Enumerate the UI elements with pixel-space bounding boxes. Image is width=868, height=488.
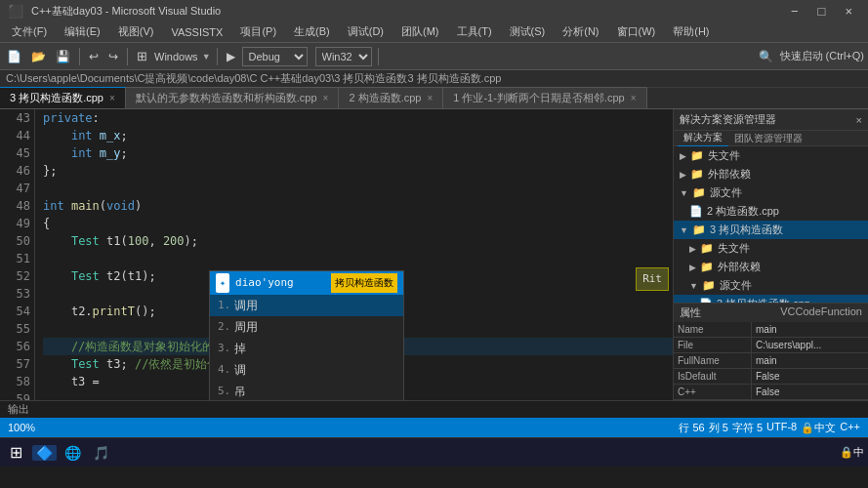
ac-item-1[interactable]: 2.周用 <box>210 316 403 338</box>
tree-icon-6: 📁 <box>700 261 714 273</box>
status-bar: 100% 行 56 列 5 字符 5 UTF-8 🔒中文 C++ <box>0 418 868 437</box>
tab-3[interactable]: 1 作业-1-判断两个日期是否相邻.cpp× <box>443 87 646 108</box>
title-text: C++基础day03 - Microsoft Visual Studio <box>31 4 221 19</box>
menu-item-5[interactable]: 生成(B) <box>286 22 338 41</box>
ac-label-3: 调 <box>234 361 246 379</box>
taskbar-vs-icon[interactable]: 🔷 <box>32 445 57 461</box>
ac-label-0: 调用 <box>234 297 258 314</box>
tab-team[interactable]: 团队资源管理器 <box>728 131 808 146</box>
platform-select[interactable]: Win32 x64 <box>315 47 372 66</box>
menu-item-4[interactable]: 项目(P) <box>232 22 284 41</box>
tab-1[interactable]: 默认的无参数构造函数和析构函数.cpp× <box>126 87 340 108</box>
code-line-51 <box>43 250 673 267</box>
tree-arrow-6: ▶ <box>689 263 696 272</box>
tab-0[interactable]: 3 拷贝构造函数.cpp× <box>0 87 126 108</box>
menu-item-3[interactable]: VASSISTX <box>163 24 230 40</box>
tab-close-2[interactable]: × <box>427 93 433 103</box>
code-line-46: }; <box>43 162 673 180</box>
menu-item-9[interactable]: 测试(S) <box>502 22 554 41</box>
tab-close-0[interactable]: × <box>109 93 115 103</box>
minimize-btn[interactable]: − <box>783 4 806 19</box>
tree-item-4[interactable]: ▼📁3 拷贝构造函数 <box>674 221 868 239</box>
close-btn[interactable]: × <box>837 4 860 19</box>
taskbar-app2-icon[interactable]: 🎵 <box>89 445 113 461</box>
maximize-btn[interactable]: □ <box>810 4 834 19</box>
ac-item-2[interactable]: 3.掉 <box>210 338 403 359</box>
toolbar-undo-icon[interactable]: ↩ <box>86 50 102 63</box>
code-content[interactable]: private: int m_x; int m_y;}; int main(vo… <box>35 109 673 400</box>
tab-solution[interactable]: 解决方案 <box>678 130 728 146</box>
output-label[interactable]: 输出 <box>8 402 29 417</box>
tab-2[interactable]: 2 构造函数.cpp× <box>339 87 443 108</box>
menu-item-8[interactable]: 工具(T) <box>449 22 500 41</box>
ac-item-0[interactable]: 1.调用 <box>210 295 403 316</box>
tree-icon-4: 📁 <box>692 224 706 236</box>
ac-item-3[interactable]: 4.调 <box>210 359 403 381</box>
tree-item-3[interactable]: 📄2 构造函数.cpp <box>674 202 868 221</box>
solution-explorer-title: 解决方案资源管理器 <box>680 112 776 127</box>
tab-close-1[interactable]: × <box>323 93 329 103</box>
title-bar: ⬛ C++基础day03 - Microsoft Visual Studio −… <box>0 0 868 21</box>
tree-label-7: 源文件 <box>720 278 752 293</box>
properties-subtitle: VCCodeFunction <box>780 305 862 320</box>
menu-item-0[interactable]: 文件(F) <box>4 22 55 41</box>
menu-item-1[interactable]: 编辑(E) <box>57 22 108 41</box>
tab-close-3[interactable]: × <box>631 93 637 103</box>
toolbar-windows-icon[interactable]: ⊞ <box>134 49 150 63</box>
solution-explorer-close[interactable]: × <box>856 114 862 126</box>
status-encoding: UTF-8 <box>766 421 797 435</box>
tree-item-5[interactable]: ▶📁失文件 <box>674 239 868 258</box>
properties-header: 属性 VCCodeFunction <box>674 304 868 322</box>
tree-label-0: 失文件 <box>708 148 740 163</box>
menu-item-11[interactable]: 窗口(W) <box>609 22 664 41</box>
right-panel-tabs: 解决方案 团队资源管理器 <box>674 131 868 146</box>
toolbar-open-icon[interactable]: 📂 <box>28 50 49 63</box>
line-number-45: 45 <box>0 144 30 162</box>
line-numbers: 43444546474849505152535455565758596061 <box>0 109 35 400</box>
ac-label-2: 掉 <box>234 340 246 357</box>
prop-key-2: FullName <box>674 353 752 368</box>
ac-label-4: 吊 <box>234 383 246 400</box>
tree-label-6: 外部依赖 <box>718 260 761 274</box>
path-text: C:\Users\apple\Documents\C提高视频\code\day0… <box>6 71 501 86</box>
prop-key-4: C++ <box>674 385 752 399</box>
tree-icon-5: 📁 <box>700 242 714 255</box>
taskbar-browser-icon[interactable]: 🌐 <box>61 445 85 461</box>
taskbar-start[interactable]: ⊞ <box>4 443 28 462</box>
right-panel: 解决方案资源管理器 × 解决方案 团队资源管理器 ▶📁失文件▶📁外部依赖▼📁源文… <box>673 109 868 400</box>
tree-item-1[interactable]: ▶📁外部依赖 <box>674 165 868 183</box>
taskbar-clock: 🔒中 <box>840 445 864 460</box>
code-line-50: Test t1(100, 200); <box>43 232 673 250</box>
menu-item-10[interactable]: 分析(N) <box>555 22 606 41</box>
prop-row-2: FullNamemain <box>674 353 868 369</box>
tree-arrow-7: ▼ <box>689 281 698 291</box>
line-number-56: 56 <box>0 338 30 355</box>
toolbar-new-icon[interactable]: 📄 <box>4 50 24 63</box>
build-config-select[interactable]: Debug Release <box>242 47 308 66</box>
tree-item-6[interactable]: ▶📁外部依赖 <box>674 258 868 276</box>
ac-item-4[interactable]: 5.吊 <box>210 381 403 400</box>
status-chinese: 🔒中文 <box>801 421 836 435</box>
tree-item-7[interactable]: ▼📁源文件 <box>674 276 868 295</box>
menu-item-12[interactable]: 帮助(H) <box>665 22 717 41</box>
line-number-54: 54 <box>0 303 30 320</box>
menu-item-6[interactable]: 调试(D) <box>340 22 392 41</box>
ac-num-4: 5. <box>218 383 230 400</box>
toolbar-redo-icon[interactable]: ↪ <box>105 50 121 63</box>
menu-item-7[interactable]: 团队(M) <box>393 22 447 41</box>
tree-item-8[interactable]: 📄3 拷贝构造函数.cpp <box>674 295 868 303</box>
line-number-43: 43 <box>0 109 30 127</box>
menu-bar: 文件(F)编辑(E)视图(V)VASSISTX项目(P)生成(B)调试(D)团队… <box>0 21 868 43</box>
tree-label-5: 失文件 <box>718 241 750 256</box>
toolbar-search-icon[interactable]: 🔍 <box>756 50 776 63</box>
toolbar-save-icon[interactable]: 💾 <box>53 50 73 63</box>
toolbar: 📄 📂 💾 ↩ ↪ ⊞ Windows ▼ ▶ Debug Release Wi… <box>0 43 868 70</box>
tree-item-2[interactable]: ▼📁源文件 <box>674 183 868 202</box>
prop-row-3: IsDefaultFalse <box>674 369 868 385</box>
ac-label-1: 周用 <box>234 318 258 336</box>
toolbar-start-btn[interactable]: ▶ <box>224 50 238 63</box>
ac-input: diao'yong <box>235 274 294 292</box>
tree-item-0[interactable]: ▶📁失文件 <box>674 146 868 165</box>
menu-item-2[interactable]: 视图(V) <box>110 22 162 41</box>
tree-arrow-2: ▼ <box>680 188 688 198</box>
